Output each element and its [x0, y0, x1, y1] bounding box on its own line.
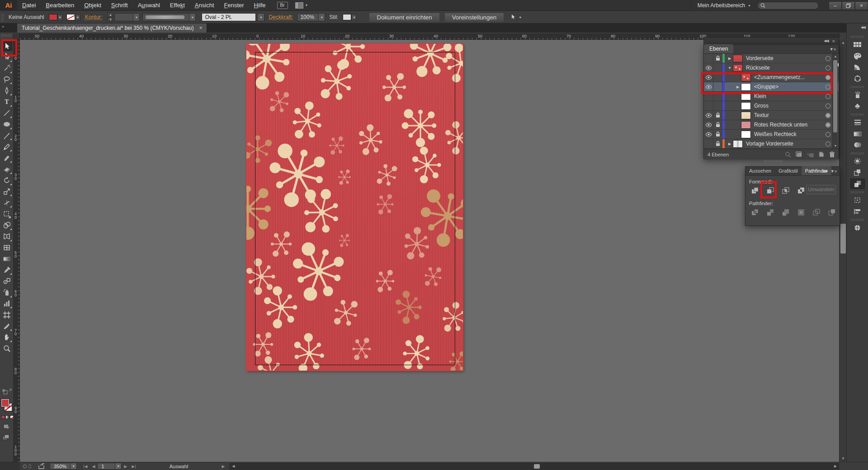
visibility-toggle[interactable] — [704, 63, 713, 72]
layer-thumbnail[interactable] — [741, 102, 751, 110]
vertical-ruler[interactable]: 0102030405060708090100 — [14, 40, 20, 462]
visibility-toggle[interactable] — [704, 120, 713, 129]
shape-mode-unite-button[interactable] — [749, 186, 760, 195]
lock-toggle[interactable] — [713, 54, 722, 63]
pencil-tool[interactable] — [1, 141, 12, 152]
target-circle[interactable] — [826, 141, 830, 146]
toolbar-grip[interactable] — [1, 34, 12, 37]
tab-close-icon[interactable]: × — [199, 25, 202, 31]
layer-thumbnail[interactable] — [741, 131, 751, 138]
zoom-tool[interactable] — [1, 343, 12, 354]
target-circle[interactable] — [826, 113, 830, 118]
layer-name[interactable]: Vorderseite — [744, 55, 774, 61]
transparency-panel-icon[interactable] — [850, 140, 865, 150]
layer-thumbnail[interactable] — [741, 83, 751, 91]
expand-arrow-icon[interactable]: ▶ — [726, 56, 733, 61]
expand-button[interactable]: Umwandeln — [806, 185, 836, 194]
pathfinder-merge-button[interactable] — [780, 208, 791, 217]
tab-overflow-icon[interactable]: » — [2, 24, 3, 29]
layer-name[interactable]: Textur — [752, 112, 769, 118]
visibility-toggle[interactable] — [704, 101, 713, 110]
target-circle[interactable] — [826, 75, 830, 80]
layer-row-5[interactable]: Klein — [704, 92, 839, 101]
previous-artboard-icon[interactable]: ◀ — [92, 464, 95, 469]
target-circle[interactable] — [826, 94, 830, 99]
opacity-link[interactable]: Deckkraft: — [269, 14, 293, 20]
layer-thumbnail[interactable] — [741, 74, 751, 81]
artboard-pattern[interactable] — [246, 44, 463, 371]
delete-layer-icon[interactable] — [829, 151, 835, 158]
artboard-dropdown-icon[interactable]: ▼ — [115, 463, 121, 469]
visibility-toggle[interactable] — [704, 82, 713, 91]
restore-button[interactable] — [842, 1, 855, 10]
blob-brush-tool[interactable] — [1, 153, 12, 163]
layers-scroll-thumb[interactable] — [833, 60, 837, 132]
free-transform-tool[interactable] — [1, 209, 12, 219]
make-clip-mask-icon[interactable] — [796, 151, 802, 157]
visibility-toggle[interactable] — [704, 92, 713, 101]
opacity-combo[interactable]: 100% ▼ — [297, 13, 325, 21]
shape-mode-minus-front-button[interactable] — [764, 186, 776, 195]
pathfinder-trim-button[interactable] — [764, 208, 776, 217]
layer-name[interactable]: Rückseite — [744, 65, 770, 71]
minimize-button[interactable]: – — [829, 1, 842, 10]
layer-row-2[interactable]: ▼Rückseite — [704, 63, 839, 73]
search-input[interactable] — [767, 3, 812, 8]
ellipse-tool[interactable] — [1, 119, 12, 130]
panel-divider-grip[interactable] — [764, 160, 782, 162]
lock-toggle[interactable] — [713, 120, 722, 129]
rotate-tool[interactable] — [1, 175, 12, 186]
horizontal-scrollbar[interactable]: ◀ ▶ — [230, 463, 839, 470]
lock-toggle[interactable] — [713, 139, 722, 148]
expand-arrow-icon[interactable]: ▶ — [726, 142, 733, 146]
scroll-down-icon[interactable]: ▼ — [840, 456, 847, 462]
dock-group-grip[interactable] — [851, 113, 864, 116]
layer-row-9[interactable]: Weißes Rechteck — [704, 130, 839, 139]
panel-grip[interactable] — [1, 13, 4, 21]
direct-selection-tool[interactable] — [1, 52, 12, 62]
menu-item-objekt[interactable]: Objekt — [79, 0, 106, 11]
perspective-grid-tool[interactable] — [1, 231, 12, 242]
stroke-none-swatch[interactable] — [66, 14, 75, 20]
stroke-weight-link[interactable]: Kontur: — [85, 14, 103, 20]
lock-toggle[interactable] — [713, 111, 722, 120]
eyedropper-tool[interactable] — [1, 265, 12, 275]
workspace-menu[interactable]: Mein Arbeitsbereich ▼ — [691, 1, 757, 9]
paintbrush-tool[interactable] — [1, 130, 12, 141]
gradient-mode-button[interactable] — [5, 415, 9, 419]
horizontal-scroll-thumb[interactable] — [534, 464, 540, 469]
pathfinder-minus-back-button[interactable] — [826, 208, 837, 217]
gradient-tool[interactable] — [1, 254, 12, 264]
visibility-toggle[interactable] — [704, 130, 713, 139]
visibility-toggle[interactable] — [704, 111, 713, 120]
workspace-switcher-icon[interactable]: ▼ — [295, 2, 308, 9]
stroke-weight-combo[interactable]: ▼ — [114, 13, 140, 21]
artboards-panel-icon[interactable] — [850, 195, 865, 205]
menu-item-hilfe[interactable]: Hilfe — [249, 0, 271, 11]
line-segment-tool[interactable] — [1, 108, 12, 118]
panel-menu-icon[interactable]: ▼≡ — [830, 47, 836, 52]
width-tool[interactable] — [1, 197, 12, 208]
close-panel-icon[interactable]: × — [832, 38, 835, 44]
selection-tool[interactable] — [1, 41, 12, 51]
preferences-button[interactable]: Voreinstellungen — [445, 13, 504, 22]
close-button[interactable]: × — [855, 1, 868, 10]
lock-toggle[interactable] — [713, 73, 722, 82]
fill-indicator[interactable] — [1, 399, 9, 407]
pathfinder-crop-button[interactable] — [795, 208, 807, 217]
panel-group-header[interactable]: ◀◀ × — [703, 37, 839, 44]
pattern-options-panel-icon[interactable] — [850, 73, 865, 84]
layer-row-3[interactable]: <Zusammengesetz... — [704, 73, 839, 82]
none-mode-button[interactable] — [10, 415, 14, 419]
brush-definition-combo[interactable]: Oval - 2 Pt. — [202, 13, 256, 21]
dock-group-grip[interactable] — [851, 152, 864, 155]
dock-group-grip[interactable] — [851, 219, 864, 221]
pathfinder-panel-icon[interactable] — [850, 179, 865, 189]
magic-wand-tool[interactable] — [1, 63, 12, 74]
zoom-level-combo[interactable]: 350% ▼ — [50, 463, 77, 470]
appearance-panel-icon[interactable] — [850, 156, 865, 166]
slice-tool[interactable] — [1, 321, 12, 331]
type-tool[interactable]: T — [1, 97, 12, 107]
gradient-panel-icon[interactable] — [850, 128, 865, 139]
target-circle[interactable] — [826, 132, 830, 137]
